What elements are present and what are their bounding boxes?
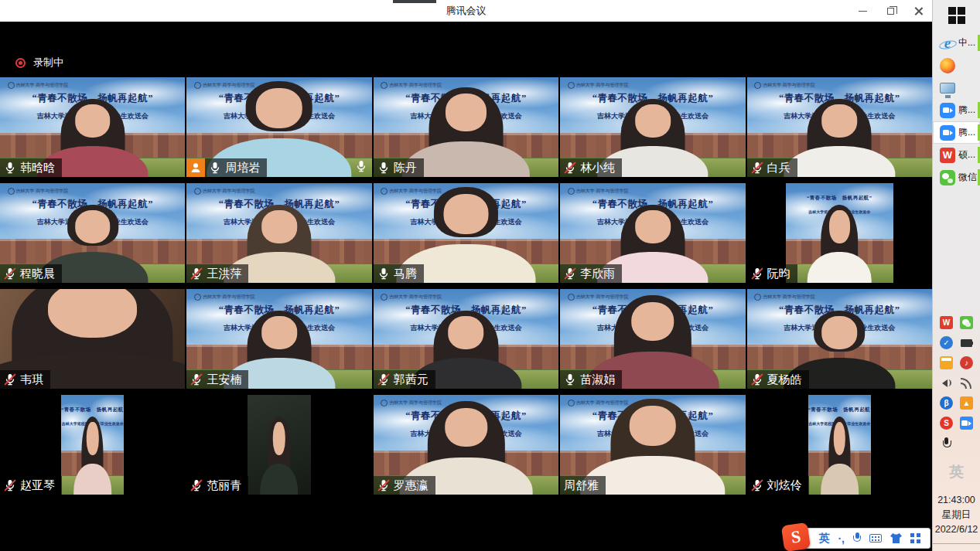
participant-tile[interactable]: 吉林大学 商学与管理学院 “青春不散场 扬帆再起航” 吉林大学退税团队硕士毕业生… <box>374 289 558 389</box>
sogou-input-toolbar[interactable]: S 英·, <box>791 528 930 549</box>
clock-weekday: 星期日 <box>935 508 978 522</box>
microphone-status-icon <box>751 479 763 491</box>
participant-tile[interactable]: 吉林大学 商学与管理学院 “青春不散场 扬帆再起航” 吉林大学退税团队硕士毕业生… <box>560 77 745 177</box>
name-label: 李欣雨 <box>560 264 622 283</box>
maximize-restore-button[interactable] <box>876 0 904 22</box>
clock-date: 2022/6/12 <box>935 522 978 537</box>
wps-icon[interactable]: W <box>940 316 953 329</box>
participant-tile[interactable]: 吉林大学 商学与管理学院 “青春不散场 扬帆再起航” 吉林大学退税团队硕士毕业生… <box>0 77 185 177</box>
name-label-inner: 马腾 <box>374 264 424 283</box>
name-label: 陈丹 <box>374 158 424 177</box>
name-label-inner: 刘炫伶 <box>747 476 809 495</box>
participant-tile[interactable]: 吉林大学 商学与管理学院 “青春不散场 扬帆再起航” 吉林大学退税团队硕士毕业生… <box>560 395 745 495</box>
participant-tile[interactable]: 吉林大学 商学与管理学院 “青春不散场 扬帆再起航” 吉林大学退税团队硕士毕业生… <box>747 77 932 177</box>
sogou-tray-icon[interactable]: S <box>940 417 953 430</box>
taskbar-app-display[interactable] <box>933 77 980 99</box>
participant-name: 刘炫伶 <box>767 478 802 493</box>
security-shield-icon[interactable]: ✓ <box>940 336 953 349</box>
participant-tile[interactable]: 吉林大学 商学与管理学院 “青春不散场 扬帆再起航” 吉林大学退税团队硕士毕业生… <box>560 183 745 283</box>
participant-name: 李欣雨 <box>580 267 615 281</box>
name-label-inner: 郭茜元 <box>374 370 435 389</box>
microphone-status-icon <box>190 267 203 280</box>
participant-tile[interactable]: 吉林大学 商学与管理学院 “青春不散场 扬帆再起航” 吉林大学退税团队硕士毕业生… <box>374 395 558 495</box>
microphone-status-icon <box>377 267 390 280</box>
firefox-icon <box>940 58 955 73</box>
figure-head <box>261 316 297 349</box>
taskbar-app-meeting[interactable]: 腾... <box>933 99 980 121</box>
minimize-button[interactable] <box>849 0 876 22</box>
participant-figure <box>261 417 299 495</box>
name-label: 阮昀 <box>747 264 797 283</box>
start-button[interactable] <box>948 7 965 24</box>
music-icon[interactable]: ♪ <box>960 356 973 369</box>
participant-tile[interactable]: 韦琪 <box>0 289 185 389</box>
participant-tile[interactable]: 吉林大学 商学与管理学院 “青春不散场 扬帆再起航” 吉林大学退税团队硕士毕业生… <box>374 77 558 177</box>
video-grid: 吉林大学 商学与管理学院 “青春不散场 扬帆再起航” 吉林大学退税团队硕士毕业生… <box>0 77 932 495</box>
ime-mode-label[interactable]: 英 <box>818 532 829 546</box>
sogou-logo-icon[interactable]: S <box>781 522 811 551</box>
participant-tile[interactable]: 吉林大学 商学与管理学院 “青春不散场 扬帆再起航” 吉林大学退税团队硕士毕业生… <box>0 183 185 283</box>
participant-tile[interactable]: 范丽青 <box>186 395 371 495</box>
name-label-inner: 林小纯 <box>560 158 622 177</box>
network-signal-icon[interactable] <box>960 376 973 389</box>
show-desktop-button[interactable] <box>933 543 980 551</box>
taskbar-app-ie[interactable]: e中... <box>933 32 980 54</box>
folder-window-icon[interactable] <box>940 356 953 369</box>
participant-tile[interactable]: 吉林大学 商学与管理学院 “青春不散场 扬帆再起航” 吉林大学退税团队硕士毕业生… <box>747 395 932 495</box>
participant-tile[interactable]: 吉林大学 商学与管理学院 “青春不散场 扬帆再起航” 吉林大学退税团队硕士毕业生… <box>186 77 371 177</box>
skin-icon[interactable] <box>890 533 902 543</box>
display-icon <box>940 83 955 94</box>
meeting-icon <box>940 125 955 141</box>
recording-indicator[interactable]: 录制中 <box>15 56 63 70</box>
battery-icon[interactable] <box>960 336 973 349</box>
name-label: 王洪萍 <box>186 264 248 283</box>
participant-name: 马腾 <box>394 267 417 281</box>
toolbox-icon[interactable] <box>910 533 920 543</box>
name-label: 罗惠瀛 <box>374 476 435 495</box>
name-label: 范丽青 <box>186 476 248 495</box>
participant-video: 吉林大学 商学与管理学院 “青春不散场 扬帆再起航” 吉林大学退税团队硕士毕业生… <box>61 395 124 495</box>
name-label-inner: 李欣雨 <box>560 264 622 283</box>
taskbar-app-meeting[interactable]: 腾... <box>933 121 980 144</box>
wechat-icon[interactable] <box>960 316 973 329</box>
voice-input-icon[interactable] <box>853 532 861 544</box>
participant-tile[interactable]: 吉林大学 商学与管理学院 “青春不散场 扬帆再起航” 吉林大学退税团队硕士毕业生… <box>0 395 185 495</box>
ime-language-indicator[interactable]: 英 <box>949 462 964 482</box>
participant-tile[interactable]: 吉林大学 商学与管理学院 “青春不散场 扬帆再起航” 吉林大学退税团队硕士毕业生… <box>374 183 558 283</box>
university-logo: 吉林大学 商学与管理学院 <box>568 188 629 195</box>
name-label: 韩晗晗 <box>0 158 62 177</box>
bluetooth-icon[interactable]: β <box>940 396 953 410</box>
figure-torso <box>821 464 859 495</box>
name-label-inner: 赵亚琴 <box>0 476 62 495</box>
microphone-status-icon <box>564 267 576 280</box>
taskbar-clock[interactable]: 21:43:00 星期日 2022/6/12 <box>935 493 978 537</box>
taskbar-app-firefox[interactable] <box>933 54 980 77</box>
participant-name: 韩晗晗 <box>20 161 55 175</box>
close-button[interactable] <box>904 0 932 22</box>
participant-tile[interactable]: 吉林大学 商学与管理学院 “青春不散场 扬帆再起航” 吉林大学退税团队硕士毕业生… <box>186 183 371 283</box>
microphone-tray-icon[interactable] <box>940 437 953 450</box>
participant-tile[interactable]: 吉林大学 商学与管理学院 “青春不散场 扬帆再起航” 吉林大学退税团队硕士毕业生… <box>186 289 371 389</box>
figure-head <box>630 406 676 446</box>
meeting-tray-icon[interactable] <box>960 417 973 430</box>
participant-tile[interactable]: 吉林大学 商学与管理学院 “青春不散场 扬帆再起航” 吉林大学退税团队硕士毕业生… <box>747 183 932 283</box>
name-label-inner: 周舒雅 <box>560 476 606 495</box>
university-logo: 吉林大学 商学与管理学院 <box>754 82 815 89</box>
minimize-icon <box>859 11 867 12</box>
participant-figure <box>808 205 872 283</box>
punctuation-icon[interactable]: ·, <box>838 532 845 545</box>
participant-tile[interactable]: 吉林大学 商学与管理学院 “青春不散场 扬帆再起航” 吉林大学退税团队硕士毕业生… <box>747 289 932 389</box>
taskbar-app-wps[interactable]: W硕... <box>933 144 980 166</box>
university-logo: 吉林大学 商学与管理学院 <box>8 188 69 195</box>
microphone-status-icon <box>4 162 16 174</box>
window-controls <box>849 0 932 22</box>
taskbar-app-wechat[interactable]: 微信 <box>933 166 980 189</box>
security-flame-icon[interactable]: ▲ <box>960 396 973 410</box>
participant-tile[interactable]: 吉林大学 商学与管理学院 “青春不散场 扬帆再起航” 吉林大学退税团队硕士毕业生… <box>560 289 745 389</box>
name-label: 赵亚琴 <box>0 476 62 495</box>
close-icon <box>914 7 923 15</box>
name-label-inner: 夏杨皓 <box>747 370 809 389</box>
participant-name: 周舒雅 <box>564 478 599 493</box>
volume-icon[interactable] <box>940 376 953 389</box>
virtual-keyboard-icon[interactable] <box>869 534 882 542</box>
